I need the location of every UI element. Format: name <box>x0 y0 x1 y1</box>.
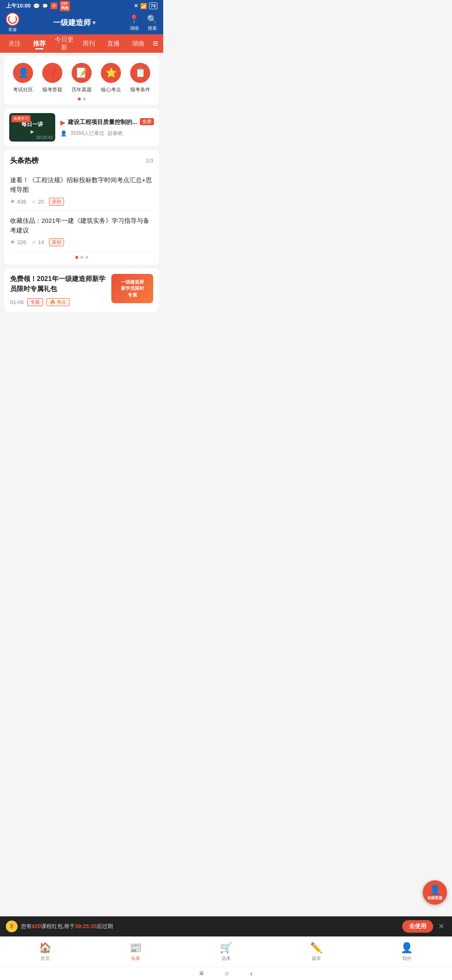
stars-count-2: 14 <box>38 239 44 245</box>
video-title-row: ▶ 建设工程项目质量控制的... 免费 <box>60 118 154 126</box>
hot-item-2[interactable]: 收藏佳品：2021年一建《建筑实务》学习指导与备考建议 👁 326 ☆ 14 原… <box>10 211 153 252</box>
status-icons: ✕ 📶 74 <box>134 3 157 9</box>
video-play-icon: ▶ <box>60 119 65 126</box>
search-icon: 🔍 <box>147 14 157 24</box>
quick-icons-row: 👤 考试社区 ❓ 报考答疑 📝 历年真题 ⭐ 核心考点 📋 报考 <box>8 63 155 93</box>
exam-conditions-icon-circle: 📋 <box>130 63 150 83</box>
customer-service-logo[interactable]: 客服 <box>6 13 19 33</box>
hot-title: 头条热榜 <box>10 156 39 165</box>
key-points-icon-circle: ⭐ <box>101 63 121 83</box>
app-badge: 233网校 <box>60 1 70 11</box>
header-title-text: 一级建造师 <box>53 18 91 28</box>
exam-community-icon-circle: 👤 <box>13 63 33 83</box>
header-actions: 📍 湖南 🔍 搜索 <box>129 14 157 31</box>
quick-item-exam-conditions[interactable]: 📋 报考条件 <box>130 63 150 93</box>
hot-item-1-views: 👁 438 <box>10 199 26 205</box>
stars-count: 20 <box>38 199 44 205</box>
hot-section: 头条热榜 1/3 速看！《工程法规》招标投标数字时间考点汇总+思维导图 👁 43… <box>4 150 159 265</box>
video-duration: 00:20:43 <box>36 135 53 140</box>
hot-item-1-stars: ☆ 20 <box>31 199 44 205</box>
hot-page: 1/3 <box>146 157 153 164</box>
views-count: 438 <box>17 199 26 205</box>
video-title: 建设工程项目质量控制的... <box>68 118 137 126</box>
promo-title: 免费领！2021年一级建造师新学员限时专属礼包 <box>10 274 106 294</box>
promo-date: 01-06 <box>10 299 24 305</box>
hot-item-2-stars: ☆ 14 <box>31 239 44 245</box>
hot-dot-1 <box>75 256 78 259</box>
hot-item-2-title: 收藏佳品：2021年一建《建筑实务》学习指导与备考建议 <box>10 216 153 235</box>
tab-today[interactable]: 今日更新 <box>52 32 77 55</box>
quick-item-key-points[interactable]: ⭐ 核心考点 <box>101 63 121 93</box>
past-exams-icon: 📝 <box>76 67 87 78</box>
dot-1 <box>78 98 81 101</box>
tab-weekly[interactable]: 周刊 <box>77 36 101 51</box>
eye-icon: 👁 <box>10 199 15 205</box>
tab-follow[interactable]: 关注 <box>3 36 27 51</box>
tab-recommend[interactable]: 推荐 <box>27 36 52 51</box>
key-points-icon: ⭐ <box>105 67 117 78</box>
key-points-label: 核心考点 <box>101 86 121 93</box>
video-meta: 👤 35356人已看过 赵春晓 <box>60 130 154 137</box>
views-count-2: 326 <box>17 239 26 245</box>
hot-header: 头条热榜 1/3 <box>10 156 153 165</box>
video-author: 赵春晓 <box>108 130 123 137</box>
mi-icon: 小 <box>51 3 57 9</box>
hot-dot-2 <box>80 256 83 259</box>
quick-dots-indicator <box>8 98 155 101</box>
hot-dots <box>10 256 153 259</box>
video-card[interactable]: 免费学习 每日一讲 ▶ 00:20:43 ▶ 建设工程项目质量控制的... 免费… <box>4 108 159 147</box>
nav-tabs-bar: 关注 推荐 今日更新 周刊 直播 湖南 ≡ <box>0 34 163 53</box>
location-label: 湖南 <box>130 25 139 31</box>
status-time: 上午10:00 <box>6 2 31 10</box>
quick-item-exam-qa[interactable]: ❓ 报考答疑 <box>42 63 62 93</box>
past-exams-label: 历年真题 <box>72 86 92 93</box>
view-icon: 👤 <box>60 130 67 137</box>
exam-qa-label: 报考答疑 <box>42 86 62 93</box>
video-free-badge: 免费学习 <box>11 115 31 122</box>
video-thumb-subtitle: ▶ <box>31 129 34 134</box>
promo-tag-topic: 专题 <box>27 298 43 306</box>
video-thumbnail: 免费学习 每日一讲 ▶ 00:20:43 <box>9 113 55 142</box>
wechat2-icon: 💬 <box>42 3 48 9</box>
promo-card[interactable]: 免费领！2021年一级建造师新学员限时专属礼包 01-06 专题 🔥 热点 一级… <box>4 268 159 312</box>
status-bar: 上午10:00 💬 💬 小 233网校 ✕ 📶 74 <box>0 0 163 12</box>
dot-2 <box>83 98 86 101</box>
logo-label: 客服 <box>8 27 17 33</box>
quick-icons-section: 👤 考试社区 ❓ 报考答疑 📝 历年真题 ⭐ 核心考点 📋 报考 <box>4 56 159 105</box>
hot-item-2-badge: 原创 <box>49 238 64 246</box>
signal-icon: ✕ <box>134 3 138 9</box>
promo-thumbnail: 一级建造师 新学员限时 专属 <box>111 274 153 303</box>
exam-community-icon: 👤 <box>18 67 29 78</box>
battery-level: 74 <box>151 3 156 8</box>
hot-item-2-views: 👁 326 <box>10 239 26 245</box>
promo-tag-hot: 🔥 热点 <box>46 298 69 306</box>
exam-qa-icon-circle: ❓ <box>42 63 62 83</box>
search-action[interactable]: 🔍 搜索 <box>147 14 157 31</box>
hot-item-1-meta: 👁 438 ☆ 20 原创 <box>10 198 153 206</box>
wifi-icon: 📶 <box>140 3 147 9</box>
header-title-area[interactable]: 一级建造师 ▾ <box>53 18 95 28</box>
star-icon: ☆ <box>31 199 36 205</box>
exam-conditions-label: 报考条件 <box>130 86 150 93</box>
promo-thumb-text: 一级建造师 新学员限时 专属 <box>121 279 144 298</box>
hot-item-1[interactable]: 速看！《工程法规》招标投标数字时间考点汇总+思维导图 👁 438 ☆ 20 原创 <box>10 170 153 211</box>
quick-item-exam-community[interactable]: 👤 考试社区 <box>13 63 33 93</box>
location-action[interactable]: 📍 湖南 <box>129 14 139 31</box>
wechat-icon: 💬 <box>33 3 40 9</box>
logo-circle <box>6 13 19 26</box>
promo-info: 免费领！2021年一级建造师新学员限时专属礼包 01-06 专题 🔥 热点 <box>10 274 106 306</box>
tab-live[interactable]: 直播 <box>101 36 126 51</box>
exam-qa-icon: ❓ <box>47 67 58 78</box>
video-free-tag: 免费 <box>140 118 154 125</box>
exam-conditions-icon: 📋 <box>135 67 146 78</box>
logo-ring <box>8 15 17 24</box>
location-icon: 📍 <box>129 14 139 24</box>
hot-item-1-badge: 原创 <box>49 198 64 206</box>
quick-item-past-exams[interactable]: 📝 历年真题 <box>72 63 92 93</box>
video-views: 35356人已看过 <box>70 130 104 137</box>
video-info: ▶ 建设工程项目质量控制的... 免费 👤 35356人已看过 赵春晓 <box>60 118 154 137</box>
exam-community-label: 考试社区 <box>13 86 33 93</box>
nav-menu-button[interactable]: ≡ <box>150 35 161 52</box>
hot-item-2-meta: 👁 326 ☆ 14 原创 <box>10 238 153 246</box>
tab-hunan[interactable]: 湖南 <box>126 36 150 51</box>
